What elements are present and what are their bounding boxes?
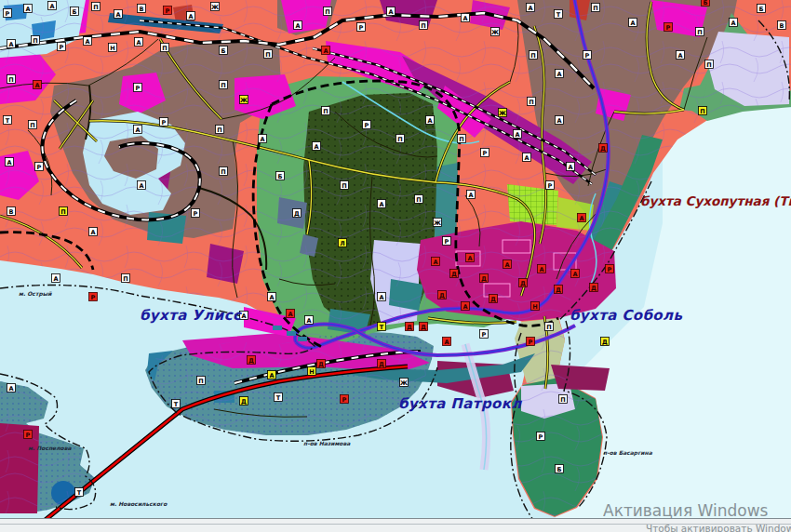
map-marker: А <box>677 51 685 60</box>
map-marker: П <box>559 395 568 404</box>
map-marker: П <box>545 323 554 331</box>
svg-text:П: П <box>265 51 270 59</box>
map-marker: А <box>378 200 386 208</box>
svg-text:Б: Б <box>759 6 764 13</box>
map-marker: П <box>264 50 273 59</box>
map-marker: Ж <box>434 219 442 227</box>
svg-text:А: А <box>677 52 682 60</box>
svg-text:Р: Р <box>166 7 170 15</box>
svg-text:Ж: Ж <box>240 97 248 104</box>
svg-text:Р: Р <box>342 396 347 404</box>
svg-text:А: А <box>463 303 467 311</box>
svg-text:П: П <box>217 126 221 134</box>
map-marker: Р <box>134 84 142 92</box>
svg-text:Р: Р <box>585 52 590 60</box>
svg-text:П: П <box>93 4 98 11</box>
svg-text:А: А <box>556 117 561 125</box>
svg-text:А: А <box>34 82 39 89</box>
svg-text:Р: Р <box>548 182 553 190</box>
svg-text:П: П <box>546 324 551 331</box>
map-marker: П <box>415 195 423 204</box>
map-marker: А <box>187 12 195 20</box>
svg-text:П: П <box>60 208 65 216</box>
map-marker: А <box>52 274 60 283</box>
svg-text:А: А <box>379 201 383 208</box>
map-marker: П <box>396 135 405 143</box>
svg-text:П: П <box>459 136 463 143</box>
map-marker: А <box>7 40 16 48</box>
svg-text:Т: Т <box>556 11 561 19</box>
map-marker: Д <box>293 209 302 218</box>
map-marker: Т <box>4 116 12 125</box>
map-marker: Д <box>590 284 598 292</box>
map-marker: А <box>24 5 33 13</box>
map-marker: П <box>458 135 466 143</box>
svg-text:А: А <box>568 164 572 171</box>
svg-text:П: П <box>162 45 167 52</box>
window-bottom-line <box>0 524 791 525</box>
svg-text:Ж: Ж <box>400 379 408 387</box>
map-marker: А <box>571 270 580 278</box>
svg-text:П: П <box>397 136 402 143</box>
map-marker: П <box>341 181 349 190</box>
svg-text:Д: Д <box>294 210 300 218</box>
map-marker: Р <box>164 7 172 15</box>
map-marker: Д <box>438 291 447 299</box>
svg-text:П: П <box>560 396 565 404</box>
svg-text:Р: Р <box>608 266 612 273</box>
map-marker: В <box>138 5 146 13</box>
svg-text:Н: Н <box>110 45 114 52</box>
svg-text:А: А <box>49 3 54 10</box>
map-marker: П <box>528 98 536 106</box>
svg-text:А: А <box>314 143 318 151</box>
svg-text:Д: Д <box>421 324 426 331</box>
map-marker: Р <box>58 43 66 51</box>
svg-text:Д: Д <box>379 361 384 368</box>
map-canvas[interactable]: РААБПАВАЖПАПРАПАЖАТПАПАБВАПРАНАПБПРПТПАР… <box>0 0 791 532</box>
svg-text:А: А <box>8 41 13 48</box>
svg-text:А: А <box>306 317 311 325</box>
map-marker: А <box>268 293 276 301</box>
svg-text:А: А <box>135 126 140 134</box>
map-marker: Р <box>160 118 168 126</box>
svg-text:Р: Р <box>194 210 198 218</box>
svg-text:А: А <box>188 13 193 20</box>
svg-text:П: П <box>325 8 329 16</box>
map-marker: А <box>556 116 564 125</box>
map-marker: А <box>294 21 302 30</box>
svg-text:Б: Б <box>557 466 562 473</box>
svg-text:А: А <box>572 271 577 278</box>
svg-text:А: А <box>136 39 141 47</box>
map-marker: П <box>220 81 228 89</box>
map-marker: А <box>135 38 143 47</box>
svg-text:А: А <box>323 47 328 55</box>
map-marker: В <box>778 21 786 30</box>
svg-text:Т: Т <box>77 489 82 497</box>
svg-text:П: П <box>221 168 225 176</box>
zoning-map-viewport[interactable]: РААБПАВАЖПАПРАПАЖАТПАПАБВАПРАНАПБПРПТПАР… <box>0 0 791 532</box>
map-marker: П <box>32 36 40 45</box>
map-marker: Б <box>702 0 710 7</box>
svg-text:В: В <box>780 22 784 30</box>
map-marker: А <box>462 14 470 22</box>
svg-text:А: А <box>630 20 635 27</box>
svg-text:П: П <box>697 29 702 36</box>
map-marker: А <box>432 258 440 266</box>
map-marker: П <box>197 377 206 385</box>
map-marker: Н <box>109 44 117 52</box>
svg-text:А: А <box>467 255 472 262</box>
map-marker: А <box>305 316 314 325</box>
map-marker: Р <box>583 51 592 60</box>
map-marker: А <box>567 163 575 171</box>
svg-text:П: П <box>30 122 34 129</box>
svg-text:А: А <box>579 215 583 222</box>
svg-text:Д: Д <box>439 292 445 299</box>
map-marker: П <box>420 21 428 30</box>
map-marker: Р <box>664 23 673 32</box>
map-marker: Д <box>555 286 563 294</box>
map-marker: А <box>443 338 451 346</box>
svg-text:Р: Р <box>162 119 167 126</box>
map-marker: Ж <box>211 3 220 11</box>
svg-text:Р: Р <box>482 331 487 339</box>
svg-text:Р: Р <box>666 24 671 32</box>
